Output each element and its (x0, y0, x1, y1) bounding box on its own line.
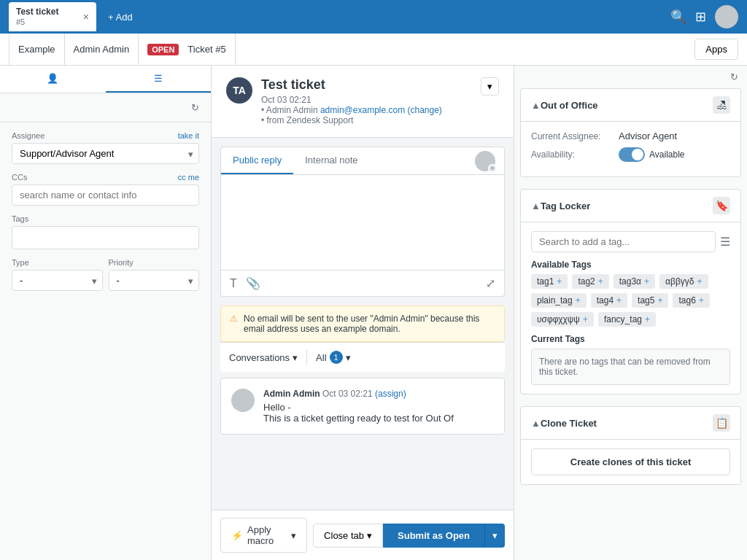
close-tab-button[interactable]: Close tab ▾ (313, 524, 383, 548)
list-icon: ☰ (154, 73, 163, 84)
cc-search-input[interactable] (12, 184, 199, 206)
menu-icon[interactable]: ☰ (720, 235, 730, 249)
tag-add-icon[interactable]: + (598, 276, 603, 287)
change-link[interactable]: (change) (408, 105, 442, 115)
breadcrumb-example[interactable]: Example (9, 34, 65, 65)
assignee-label: Assignee take it (12, 131, 199, 140)
tag-add-icon[interactable]: + (697, 276, 702, 287)
assign-link[interactable]: (assign) (375, 389, 406, 399)
tag-locker-body: ☰ Available Tags tag1+tag2+tag3α+αββγγδ+… (521, 222, 740, 394)
tags-input[interactable] (12, 226, 199, 249)
tab-internal-note[interactable]: Internal note (293, 147, 369, 174)
tag-chip: υσφφχχψψ+ (531, 312, 594, 327)
breadcrumb-admin[interactable]: Admin Admin (65, 34, 139, 65)
create-clones-button[interactable]: Create clones of this ticket (531, 448, 730, 475)
collapse-icon[interactable]: ▲ (531, 201, 541, 211)
submit-group: Close tab ▾ Submit as Open ▾ (313, 524, 505, 548)
comment-meta: Admin Admin Oct 03 02:21 (assign) (263, 389, 454, 399)
chevron-down-icon: ▾ (346, 352, 351, 363)
tags-section: Tags (0, 214, 211, 258)
submit-dropdown-button[interactable]: ▾ (484, 524, 505, 548)
add-button[interactable]: + Add (102, 9, 139, 26)
tag-chip: tag4+ (591, 293, 627, 308)
toggle-knob (632, 149, 643, 160)
text-format-icon[interactable]: T (230, 277, 237, 290)
close-tab-icon[interactable]: × (83, 11, 89, 23)
take-it-link[interactable]: take it (178, 131, 199, 140)
refresh-row: ↻ (0, 93, 211, 122)
type-priority-row: Type - ▾ Priority - ▾ (12, 258, 199, 291)
collapse-icon[interactable]: ▲ (531, 418, 541, 429)
macro-button[interactable]: ⚡ Apply macro ▾ (220, 518, 307, 553)
type-priority-section: Type - ▾ Priority - ▾ (0, 258, 211, 300)
type-field: Type - ▾ (12, 258, 103, 291)
priority-select[interactable]: - (109, 270, 200, 291)
assignee-field[interactable]: Support/Advisor Agent ▾ (12, 143, 199, 164)
ticket-tab[interactable]: Test ticket #5 × (9, 2, 96, 31)
clone-ticket-header[interactable]: ▲ Clone Ticket 📋 (521, 407, 740, 440)
avatar[interactable] (715, 5, 738, 28)
chevron-down-icon: ▾ (367, 530, 372, 541)
tag-label: tag4 (597, 295, 614, 306)
available-tags-list: tag1+tag2+tag3α+αββγγδ+plain_tag+tag4+ta… (531, 274, 730, 327)
refresh-icon[interactable]: ↻ (191, 102, 199, 113)
tag-chip: tag2+ (572, 274, 608, 289)
all-button[interactable]: All 1 ▾ (316, 351, 350, 364)
search-icon[interactable]: 🔍 (670, 9, 686, 25)
top-bar: Test ticket #5 × + Add 🔍 ⊞ (0, 0, 747, 34)
tag-add-icon[interactable]: + (576, 295, 581, 306)
tag-add-icon[interactable]: + (644, 276, 649, 287)
tag-search-row: ☰ (531, 231, 730, 252)
ticket-dropdown[interactable]: ▾ (481, 77, 499, 96)
cc-section: CCs cc me (0, 173, 211, 214)
attach-icon[interactable]: 📎 (246, 276, 260, 290)
reply-user-avatar: + (475, 151, 495, 171)
tag-label: tag5 (638, 295, 654, 306)
tag-label: fancy_tag (604, 314, 642, 324)
refresh-icon[interactable]: ↻ (730, 71, 738, 82)
collapse-icon[interactable]: ▲ (531, 100, 541, 111)
apps-grid-icon[interactable]: ⊞ (695, 9, 706, 25)
reply-editor[interactable] (221, 175, 504, 270)
main-layout: 👤 ☰ ↻ Assignee take it Support/Advisor A… (0, 66, 747, 560)
toggle-switch[interactable] (619, 147, 645, 162)
out-of-office-header[interactable]: ▲ Out of Office 🏖 (521, 89, 740, 122)
sidebar-tab-person[interactable]: 👤 (0, 66, 106, 93)
reply-toolbar: T 📎 ⤢ (221, 270, 504, 296)
all-count-badge: 1 (330, 351, 343, 364)
tag-label: tag1 (537, 276, 554, 287)
ticket-meta: Oct 03 02:21 • Admin Admin admin@example… (261, 95, 442, 125)
sidebar-tab-list[interactable]: ☰ (106, 66, 212, 93)
comment-body: Admin Admin Oct 03 02:21 (assign) Hello … (263, 389, 454, 424)
tag-search-input[interactable] (531, 231, 716, 252)
breadcrumb-ticket[interactable]: OPEN Ticket #5 (139, 34, 235, 65)
clone-ticket-body: Create clones of this ticket (521, 440, 740, 484)
cc-me-link[interactable]: cc me (178, 173, 199, 182)
tag-chip: tag6+ (673, 293, 709, 308)
tag-add-icon[interactable]: + (657, 295, 662, 306)
tag-add-icon[interactable]: + (583, 314, 588, 324)
out-of-office-icon: 🏖 (713, 96, 730, 114)
tab-public-reply[interactable]: Public reply (221, 147, 293, 174)
ticket-info: Test ticket Oct 03 02:21 • Admin Admin a… (261, 77, 442, 125)
conversations-bar: Conversations ▾ All 1 ▾ (220, 342, 505, 372)
right-panel: ↻ ▲ Out of Office 🏖 Current Assignee: Ad… (514, 66, 747, 560)
expand-icon[interactable]: ⤢ (486, 276, 495, 290)
center-scroll: TA Test ticket Oct 03 02:21 • Admin Admi… (212, 66, 514, 510)
clone-ticket-icon: 📋 (713, 414, 730, 432)
left-sidebar: 👤 ☰ ↻ Assignee take it Support/Advisor A… (0, 66, 212, 560)
comment-section: Admin Admin Oct 03 02:21 (assign) Hello … (220, 378, 505, 435)
email-link[interactable]: admin@example.com (320, 105, 405, 115)
tag-add-icon[interactable]: + (645, 314, 650, 324)
tag-chip: tag5+ (632, 293, 668, 308)
conversations-button[interactable]: Conversations ▾ (229, 352, 298, 363)
tag-add-icon[interactable]: + (699, 295, 704, 306)
assignee-select[interactable]: Support/Advisor Agent (12, 143, 199, 164)
type-select[interactable]: - (12, 270, 103, 291)
availability-toggle[interactable]: Available (619, 147, 684, 162)
tag-add-icon[interactable]: + (616, 295, 622, 306)
tag-add-icon[interactable]: + (557, 276, 562, 287)
apps-button[interactable]: Apps (694, 39, 738, 60)
submit-button[interactable]: Submit as Open (383, 524, 484, 548)
tag-locker-header[interactable]: ▲ Tag Locker 🔖 (521, 190, 740, 222)
